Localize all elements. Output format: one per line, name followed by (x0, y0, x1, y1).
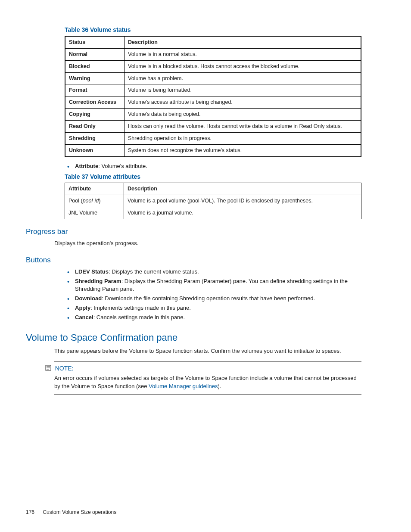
note-text: An error occurs if volumes selected as t… (54, 374, 361, 391)
cell-status: Unknown (65, 144, 125, 156)
button-label: Apply (75, 305, 90, 311)
cell-status: Copying (65, 109, 125, 121)
attribute-bullet: Attribute: Volume's attribute. (65, 162, 361, 171)
cell-desc: System does not recognize the volume's s… (125, 144, 361, 156)
table36-caption: Table 36 Volume status (65, 26, 361, 34)
cell-desc: Volume has a problem. (125, 72, 361, 84)
table37-header-description: Description (124, 183, 361, 195)
note-label: NOTE: (55, 365, 74, 372)
progress-bar-heading: Progress bar (26, 227, 361, 237)
table36: Status Description NormalVolume is in a … (65, 36, 361, 157)
cell-attr: JNL Volume (65, 207, 124, 219)
volume-to-space-heading: Volume to Space Confirmation pane (26, 331, 361, 344)
cell-status: Warning (65, 72, 125, 84)
table-row: WarningVolume has a problem. (65, 72, 361, 84)
table37: Attribute Description Pool (pool-id) Vol… (65, 183, 361, 219)
table-row: Pool (pool-id) Volume is a pool volume (… (65, 195, 361, 207)
cell-desc: Volume is being formatted. (125, 84, 361, 96)
table-row: UnknownSystem does not recognize the vol… (65, 144, 361, 156)
button-label: Shredding Param (75, 278, 121, 284)
cell-status: Blocked (65, 60, 125, 72)
button-label: Download (75, 295, 102, 302)
table36-header-status: Status (65, 36, 125, 48)
button-label: LDEV Status (75, 268, 109, 275)
button-text: : Implements settings made in this pane. (90, 305, 191, 311)
table37-header-attribute: Attribute (65, 183, 124, 195)
attribute-text: : Volume's attribute. (98, 163, 147, 169)
button-label: Cancel (75, 314, 93, 320)
cell-desc: Volume is in a normal status. (125, 48, 361, 60)
table-row: Read OnlyHosts can only read the volume.… (65, 121, 361, 133)
cell-desc: Volume is a journal volume. (124, 207, 361, 219)
table37-caption: Table 37 Volume attributes (65, 173, 361, 181)
list-item: Apply: Implements settings made in this … (65, 304, 361, 312)
cell-desc: Hosts can only read the volume. Hosts ca… (125, 121, 361, 133)
note-block: NOTE: An error occurs if volumes selecte… (54, 361, 361, 394)
button-text: : Displays the current volume status. (109, 268, 199, 275)
attribute-label: Attribute (75, 163, 98, 169)
list-item: Shredding Param: Displays the Shredding … (65, 277, 361, 294)
progress-bar-text: Displays the operation's progress. (54, 240, 361, 248)
cell-status: Read Only (65, 121, 125, 133)
table-row: Correction AccessVolume's access attribu… (65, 96, 361, 109)
list-item: Cancel: Cancels settings made in this pa… (65, 314, 361, 322)
cell-status: Correction Access (65, 96, 125, 109)
button-text: : Downloads the file containing Shreddin… (102, 295, 315, 302)
table-row: JNL Volume Volume is a journal volume. (65, 207, 361, 219)
buttons-heading: Buttons (26, 255, 361, 265)
cell-desc: Volume is a pool volume (pool-VOL). The … (124, 195, 361, 207)
list-item: LDEV Status: Displays the current volume… (65, 268, 361, 276)
cell-desc: Shredding operation is in progress. (125, 132, 361, 144)
cell-attr: Pool (pool-id) (65, 195, 124, 207)
cell-desc: Volume's access attribute is being chang… (125, 96, 361, 109)
cell-desc: Volume is in a blocked status. Hosts can… (125, 60, 361, 72)
table-row: ShreddingShredding operation is in progr… (65, 132, 361, 144)
table-row: NormalVolume is in a normal status. (65, 48, 361, 60)
volume-to-space-text: This pane appears before the Volume to S… (54, 347, 361, 355)
table-row: CopyingVolume's data is being copied. (65, 109, 361, 121)
list-item: Download: Downloads the file containing … (65, 295, 361, 303)
button-text: : Cancels settings made in this pane. (93, 314, 185, 320)
cell-status: Shredding (65, 132, 125, 144)
table-row: FormatVolume is being formatted. (65, 84, 361, 96)
cell-status: Format (65, 84, 125, 96)
volume-manager-guidelines-link[interactable]: Volume Manager guidelines (149, 383, 218, 389)
cell-desc: Volume's data is being copied. (125, 109, 361, 121)
cell-status: Normal (65, 48, 125, 60)
note-icon (45, 364, 52, 373)
table-row: BlockedVolume is in a blocked status. Ho… (65, 60, 361, 72)
table36-header-description: Description (125, 36, 361, 48)
